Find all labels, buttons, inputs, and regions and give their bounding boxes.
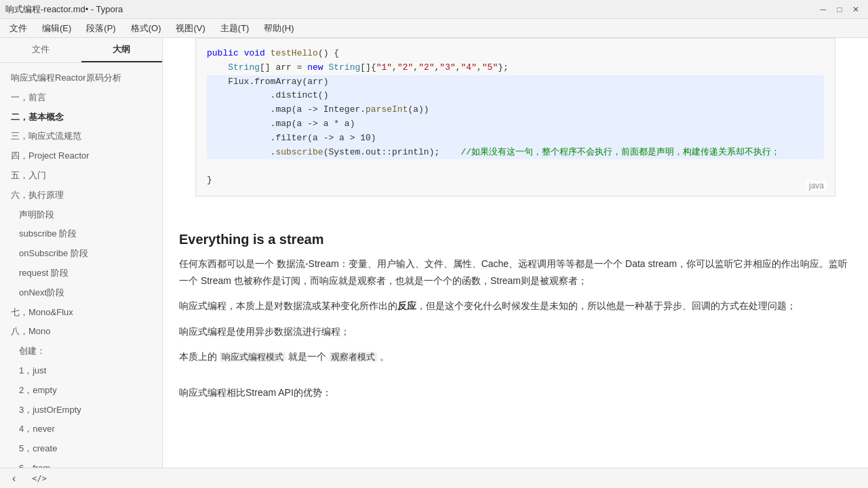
code-block: public void testHello() { String[] arr =… bbox=[196, 39, 835, 196]
sidebar-item-declaration[interactable]: 声明阶段 bbox=[0, 205, 162, 225]
bottom-bar: ‹ </> bbox=[0, 468, 868, 488]
advantage-section: 响应式编程相比Stream API的优势： bbox=[163, 384, 868, 420]
sidebar-item-empty[interactable]: 2，empty bbox=[0, 381, 162, 401]
menu-paragraph[interactable]: 段落(P) bbox=[79, 21, 122, 36]
para-3: 响应式编程是使用异步数据流进行编程； bbox=[179, 323, 852, 340]
para-1: 任何东西都可以是一个 数据流-Stream：变量、用户输入、文件、属性、Cach… bbox=[179, 256, 852, 289]
code-toggle-button[interactable]: </> bbox=[28, 472, 51, 485]
content-area[interactable]: public void testHello() { String[] arr =… bbox=[163, 38, 868, 468]
close-button[interactable]: ✕ bbox=[849, 3, 863, 16]
back-button[interactable]: ‹ bbox=[8, 471, 20, 486]
tab-file[interactable]: 文件 bbox=[0, 38, 81, 62]
sidebar-item-just[interactable]: 1，just bbox=[0, 361, 162, 381]
sidebar-item-create[interactable]: 5，create bbox=[0, 439, 162, 459]
bottom-bar-left: ‹ </> bbox=[8, 471, 51, 486]
sidebar-content[interactable]: 响应式编程Reactor原码分析 一，前言 二，基本概念 三，响应式流规范 四，… bbox=[0, 63, 162, 468]
menu-theme[interactable]: 主题(T) bbox=[214, 21, 256, 36]
sidebar-item-request[interactable]: request 阶段 bbox=[0, 264, 162, 283]
menu-file[interactable]: 文件 bbox=[3, 21, 34, 36]
window-title: 响式编程-reactor.md• - Typora bbox=[5, 3, 123, 16]
stream-section: Everything is a stream 任何东西都可以是一个 数据流-St… bbox=[163, 232, 868, 384]
sidebar: 文件 大纲 响应式编程Reactor原码分析 一，前言 二，基本概念 三，响应式… bbox=[0, 38, 163, 468]
sidebar-item-onsubscribe[interactable]: onSubscribe 阶段 bbox=[0, 244, 162, 264]
sidebar-item-onnext[interactable]: onNext阶段 bbox=[0, 283, 162, 303]
sidebar-item-1[interactable]: 一，前言 bbox=[0, 88, 162, 108]
menu-view[interactable]: 视图(V) bbox=[169, 21, 212, 36]
sidebar-item-5[interactable]: 五，入门 bbox=[0, 166, 162, 186]
sidebar-item-2[interactable]: 二，基本概念 bbox=[0, 108, 162, 127]
minimize-button[interactable]: ─ bbox=[816, 3, 830, 16]
sidebar-item-subscribe[interactable]: subscribe 阶段 bbox=[0, 224, 162, 244]
titlebar: 响式编程-reactor.md• - Typora ─ □ ✕ bbox=[0, 0, 868, 19]
window-controls: ─ □ ✕ bbox=[816, 3, 863, 16]
code-block-wrapper: public void testHello() { String[] arr =… bbox=[195, 38, 835, 197]
sidebar-item-8[interactable]: 八，Mono bbox=[0, 322, 162, 342]
para-2: 响应式编程，本质上是对数据流或某种变化所作出的反应，但是这个变化什么时候发生是未… bbox=[179, 298, 852, 314]
sidebar-item-6[interactable]: 六，执行原理 bbox=[0, 186, 162, 205]
code-section: public void testHello() { String[] arr =… bbox=[163, 38, 868, 218]
sidebar-item-7[interactable]: 七，Mono&Flux bbox=[0, 303, 162, 323]
advantage-heading: 响应式编程相比Stream API的优势： bbox=[179, 384, 852, 401]
menu-format[interactable]: 格式(O) bbox=[124, 21, 168, 36]
tab-outline[interactable]: 大纲 bbox=[81, 38, 163, 62]
menubar: 文件 编辑(E) 段落(P) 格式(O) 视图(V) 主题(T) 帮助(H) bbox=[0, 19, 868, 38]
code-lang-label: java bbox=[806, 181, 827, 190]
menu-help[interactable]: 帮助(H) bbox=[257, 21, 300, 36]
para-4: 本质上的 响应式编程模式 就是一个 观察者模式 。 bbox=[179, 348, 852, 365]
sidebar-item-create-label[interactable]: 创建： bbox=[0, 342, 162, 361]
sidebar-item-3[interactable]: 三，响应式流规范 bbox=[0, 127, 162, 146]
menu-edit[interactable]: 编辑(E) bbox=[35, 21, 78, 36]
main-layout: 文件 大纲 响应式编程Reactor原码分析 一，前言 二，基本概念 三，响应式… bbox=[0, 38, 868, 468]
sidebar-item-4[interactable]: 四，Project Reactor bbox=[0, 146, 162, 166]
sidebar-tabs: 文件 大纲 bbox=[0, 38, 162, 63]
maximize-button[interactable]: □ bbox=[833, 3, 846, 16]
sidebar-item-never[interactable]: 4，never bbox=[0, 420, 162, 439]
section-heading: Everything is a stream bbox=[179, 232, 852, 247]
sidebar-item-from[interactable]: 6，from bbox=[0, 459, 162, 468]
sidebar-item-justOrEmpty[interactable]: 3，justOrEmpty bbox=[0, 401, 162, 420]
sidebar-item-0[interactable]: 响应式编程Reactor原码分析 bbox=[0, 68, 162, 88]
